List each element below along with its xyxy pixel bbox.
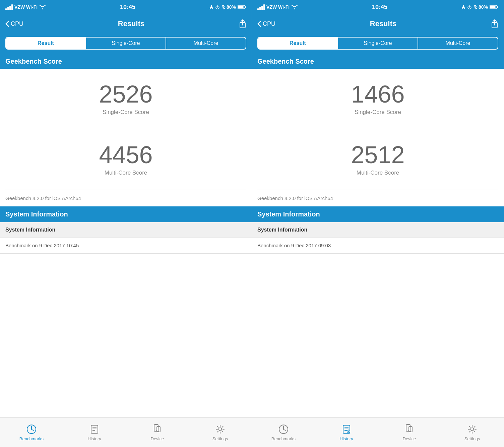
history-icon-left xyxy=(89,424,100,435)
segment-result-right[interactable]: Result xyxy=(258,38,338,49)
tab-settings-left[interactable]: Settings xyxy=(189,418,252,447)
segment-multi-left[interactable]: Multi-Core xyxy=(166,38,246,49)
svg-point-17 xyxy=(219,428,222,431)
tab-device-label-right: Device xyxy=(403,436,416,441)
segment-multi-right[interactable]: Multi-Core xyxy=(418,38,498,49)
nav-bar-right: CPU Results xyxy=(252,14,504,34)
multi-score-value-right: 2512 xyxy=(257,143,498,167)
back-label-left: CPU xyxy=(11,20,23,27)
benchmark-row-left: Benchmark on 9 Dec 2017 10:45 xyxy=(0,238,252,254)
wifi-icon xyxy=(39,5,46,9)
svg-point-15 xyxy=(156,430,156,431)
nav-bar-left: CPU Results xyxy=(0,14,252,34)
single-score-label-right: Single-Core Score xyxy=(257,109,498,116)
status-left: VZW Wi-Fi xyxy=(5,4,46,10)
signal-icon-right xyxy=(257,4,265,10)
nav-title-right: Results xyxy=(370,19,396,28)
svg-point-39 xyxy=(471,428,474,431)
tab-device-label-left: Device xyxy=(151,436,164,441)
nav-title-left: Results xyxy=(118,19,144,28)
device-icon-right xyxy=(403,424,415,435)
multi-score-section-right: 2512 Multi-Core Score xyxy=(252,129,504,190)
battery-label: 80% xyxy=(227,4,236,10)
single-score-section-right: 1466 Single-Core Score xyxy=(252,69,504,129)
status-right-left: 80% xyxy=(209,4,246,10)
score-header-left: Geekbench Score xyxy=(0,54,252,69)
phone-panel-left: VZW Wi-Fi 10:45 80% xyxy=(0,0,252,447)
segment-single-right[interactable]: Single-Core xyxy=(338,38,418,49)
tab-bar-right: Benchmarks History xyxy=(252,418,504,447)
status-bar-left: VZW Wi-Fi 10:45 80% xyxy=(0,0,252,14)
chevron-left-icon-right xyxy=(257,20,261,27)
tab-benchmarks-right[interactable]: Benchmarks xyxy=(252,418,315,447)
multi-score-value-left: 4456 xyxy=(5,143,246,167)
benchmark-text-left: Benchmark on 9 Dec 2017 10:45 xyxy=(5,243,79,248)
segment-single-left[interactable]: Single-Core xyxy=(86,38,166,49)
alarm-icon xyxy=(215,5,220,9)
system-row-left: System Information xyxy=(0,222,252,238)
bluetooth-icon xyxy=(222,5,225,9)
settings-icon-right xyxy=(466,424,478,435)
back-button-right[interactable]: CPU xyxy=(257,20,275,27)
svg-rect-5 xyxy=(245,6,246,8)
info-text-right: Geekbench 4.2.0 for iOS AArch64 xyxy=(252,190,504,206)
tab-benchmarks-label-left: Benchmarks xyxy=(19,436,44,441)
back-button-left[interactable]: CPU xyxy=(5,20,23,27)
svg-rect-22 xyxy=(490,6,496,8)
segment-bar-right: Result Single-Core Multi-Core xyxy=(252,34,504,54)
signal-icon xyxy=(5,4,13,10)
tab-settings-right[interactable]: Settings xyxy=(441,418,504,447)
system-row-right: System Information xyxy=(252,222,504,238)
wifi-icon-right xyxy=(291,5,298,9)
score-header-right: Geekbench Score xyxy=(252,54,504,69)
carrier-label-right: VZW Wi-Fi xyxy=(266,4,290,10)
content-right: 1466 Single-Core Score 2512 Multi-Core S… xyxy=(252,69,504,418)
tab-benchmarks-label-right: Benchmarks xyxy=(271,436,296,441)
share-button-right[interactable] xyxy=(491,19,498,28)
tab-settings-label-left: Settings xyxy=(212,436,228,441)
system-section-left: System Information xyxy=(0,206,252,222)
history-icon-right xyxy=(341,424,352,435)
share-icon-right xyxy=(491,19,498,28)
tab-device-right[interactable]: Device xyxy=(378,418,441,447)
svg-point-37 xyxy=(408,430,408,431)
alarm-icon-right xyxy=(467,5,472,9)
content-left: 2526 Single-Core Score 4456 Multi-Core S… xyxy=(0,69,252,418)
svg-point-38 xyxy=(410,431,411,432)
benchmarks-icon-left xyxy=(26,424,37,435)
benchmark-row-right: Benchmark on 9 Dec 2017 09:03 xyxy=(252,238,504,254)
system-row-label-right: System Information xyxy=(257,227,307,233)
multi-score-label-right: Multi-Core Score xyxy=(257,170,498,176)
status-left-right: VZW Wi-Fi xyxy=(257,4,298,10)
share-icon xyxy=(239,19,246,28)
info-text-left: Geekbench 4.2.0 for iOS AArch64 xyxy=(0,190,252,206)
tab-device-left[interactable]: Device xyxy=(126,418,189,447)
status-time-left: 10:45 xyxy=(120,4,135,11)
status-right-right: 80% xyxy=(461,4,498,10)
device-icon-left xyxy=(151,424,163,435)
share-button-left[interactable] xyxy=(239,19,246,28)
tab-settings-label-right: Settings xyxy=(464,436,480,441)
phone-panel-right: VZW Wi-Fi 10:45 80% xyxy=(252,0,504,447)
segment-control-left: Result Single-Core Multi-Core xyxy=(5,37,246,50)
tab-history-label-right: History xyxy=(339,436,353,441)
tab-history-label-left: History xyxy=(87,436,101,441)
tab-benchmarks-left[interactable]: Benchmarks xyxy=(0,418,63,447)
single-score-label-left: Single-Core Score xyxy=(5,109,246,116)
single-score-value-right: 1466 xyxy=(257,82,498,106)
svg-point-26 xyxy=(283,429,284,430)
battery-label-right: 80% xyxy=(479,4,488,10)
system-row-label-left: System Information xyxy=(5,227,55,233)
status-bar-right: VZW Wi-Fi 10:45 80% xyxy=(252,0,504,14)
system-section-right: System Information xyxy=(252,206,504,222)
status-time-right: 10:45 xyxy=(372,4,387,11)
tab-history-left[interactable]: History xyxy=(63,418,126,447)
tab-history-right[interactable]: History xyxy=(315,418,378,447)
settings-icon-left xyxy=(214,424,226,435)
battery-icon xyxy=(238,5,246,9)
single-score-value-left: 2526 xyxy=(5,82,246,106)
svg-rect-23 xyxy=(497,6,498,8)
segment-result-left[interactable]: Result xyxy=(6,38,86,49)
benchmarks-icon-right xyxy=(278,424,289,435)
bluetooth-icon-right xyxy=(474,5,477,9)
